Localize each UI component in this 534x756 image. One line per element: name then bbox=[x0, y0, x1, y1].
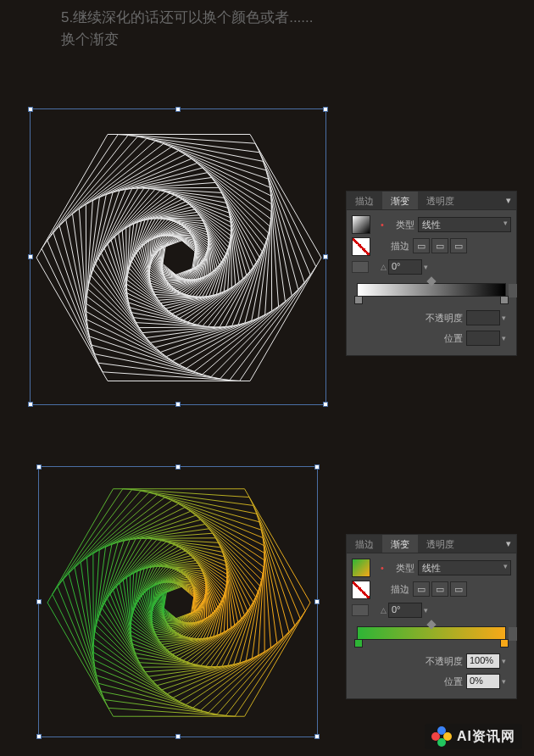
tab-stroke[interactable]: 描边 bbox=[347, 192, 382, 209]
angle-input[interactable]: 0° bbox=[388, 259, 422, 275]
none-swatch[interactable] bbox=[352, 237, 370, 256]
angle-icon: △ bbox=[381, 263, 387, 271]
svg-marker-13 bbox=[91, 173, 266, 343]
watermark-logo-icon bbox=[431, 726, 452, 747]
svg-marker-65 bbox=[75, 495, 283, 710]
dropdown-arrow-icon[interactable]: ▾ bbox=[502, 677, 506, 686]
svg-marker-7 bbox=[79, 147, 278, 368]
stroke-align-1-icon[interactable]: ▭ bbox=[413, 238, 430, 253]
selection-handle[interactable] bbox=[314, 734, 320, 739]
gradient-slider[interactable] bbox=[357, 283, 506, 297]
selection-handle[interactable] bbox=[175, 734, 181, 739]
tab-transparency[interactable]: 透明度 bbox=[418, 535, 463, 553]
gradient-swatch[interactable] bbox=[352, 559, 370, 577]
svg-marker-67 bbox=[87, 500, 271, 704]
opacity-label: 不透明度 bbox=[426, 312, 463, 325]
stroke-align-2-icon[interactable]: ▭ bbox=[431, 238, 448, 253]
instruction-text: 5.继续深化的话还可以换个颜色或者...... 换个渐变 bbox=[61, 7, 314, 50]
svg-marker-0 bbox=[36, 135, 321, 381]
selection-handle[interactable] bbox=[36, 464, 42, 470]
svg-marker-62 bbox=[58, 490, 300, 716]
gradient-stop-left[interactable] bbox=[354, 639, 363, 648]
panel-menu-icon[interactable]: ▾ bbox=[501, 535, 516, 553]
svg-marker-60 bbox=[47, 489, 310, 716]
selection-handle[interactable] bbox=[323, 107, 328, 112]
selection-handle[interactable] bbox=[28, 107, 33, 112]
svg-marker-2 bbox=[47, 136, 310, 381]
tab-gradient[interactable]: 渐变 bbox=[382, 535, 418, 553]
artboard-1[interactable] bbox=[30, 108, 326, 405]
gradient-stop-right[interactable] bbox=[500, 296, 509, 304]
location-label: 位置 bbox=[444, 332, 463, 345]
svg-marker-15 bbox=[96, 182, 262, 332]
selection-handle[interactable] bbox=[28, 254, 33, 259]
selection-handle[interactable] bbox=[28, 402, 33, 407]
gradient-end-icon bbox=[509, 627, 517, 641]
stroke-align-3-icon[interactable]: ▭ bbox=[450, 581, 467, 597]
selection-handle[interactable] bbox=[323, 402, 328, 407]
tab-stroke[interactable]: 描边 bbox=[347, 535, 382, 553]
opacity-input[interactable]: 100% bbox=[466, 653, 500, 669]
gradient-stop-left[interactable] bbox=[354, 296, 363, 304]
edited-dot-icon: • bbox=[381, 563, 384, 573]
dropdown-arrow-icon[interactable]: ▾ bbox=[424, 263, 428, 271]
selection-handle[interactable] bbox=[314, 599, 320, 604]
panel-tabs: 描边 渐变 透明度 ▾ bbox=[347, 535, 516, 553]
dropdown-arrow-icon[interactable]: ▾ bbox=[424, 606, 428, 614]
svg-marker-75 bbox=[102, 533, 255, 671]
opacity-input[interactable] bbox=[466, 310, 500, 325]
svg-marker-10 bbox=[87, 158, 271, 356]
edited-dot-icon: • bbox=[381, 220, 384, 230]
type-label: 类型 bbox=[386, 219, 414, 231]
midpoint-diamond[interactable] bbox=[426, 276, 436, 286]
instruction-line1: 5.继续深化的话还可以换个颜色或者...... bbox=[61, 7, 314, 29]
selection-handle[interactable] bbox=[36, 599, 42, 604]
panel-menu-icon[interactable]: ▾ bbox=[501, 192, 516, 209]
tab-transparency[interactable]: 透明度 bbox=[418, 192, 463, 209]
gradient-panel-2: 描边 渐变 透明度 ▾ • 类型 线性 描边 ▭ ▭ ▭ △ 0° bbox=[346, 534, 517, 699]
svg-marker-66 bbox=[81, 498, 277, 708]
location-input[interactable]: 0% bbox=[466, 674, 500, 689]
stroke-label: 描边 bbox=[381, 583, 409, 596]
selection-handle[interactable] bbox=[36, 734, 42, 739]
spiral-artwork-gradient bbox=[39, 467, 319, 738]
selection-handle[interactable] bbox=[323, 254, 328, 259]
dropdown-arrow-icon[interactable]: ▾ bbox=[502, 334, 506, 342]
midpoint-diamond[interactable] bbox=[426, 620, 436, 629]
tab-gradient[interactable]: 渐变 bbox=[382, 192, 418, 209]
gradient-end-icon bbox=[509, 284, 517, 297]
selection-handle[interactable] bbox=[175, 107, 181, 112]
type-label: 类型 bbox=[386, 562, 414, 575]
none-swatch[interactable] bbox=[352, 581, 370, 599]
stroke-align-3-icon[interactable]: ▭ bbox=[450, 238, 467, 253]
gradient-panel-1: 描边 渐变 透明度 ▾ • 类型 线性 描边 ▭ ▭ ▭ △ 0° bbox=[346, 191, 517, 356]
gradient-stop-right[interactable] bbox=[500, 639, 509, 648]
artboard-2[interactable] bbox=[38, 466, 318, 737]
angle-input[interactable]: 0° bbox=[388, 603, 422, 618]
location-input[interactable] bbox=[466, 331, 500, 346]
stroke-align-1-icon[interactable]: ▭ bbox=[413, 581, 430, 597]
svg-marker-70 bbox=[94, 511, 264, 693]
dropdown-arrow-icon[interactable]: ▾ bbox=[502, 657, 506, 665]
stroke-label: 描边 bbox=[381, 240, 409, 253]
spiral-artwork-white bbox=[31, 109, 327, 406]
panel-tabs: 描边 渐变 透明度 ▾ bbox=[347, 192, 516, 210]
svg-marker-73 bbox=[97, 524, 259, 681]
selection-handle[interactable] bbox=[314, 464, 320, 470]
svg-marker-53 bbox=[159, 236, 200, 279]
reverse-gradient-icon[interactable] bbox=[352, 261, 369, 273]
selection-handle[interactable] bbox=[175, 402, 181, 407]
gradient-swatch[interactable] bbox=[352, 215, 370, 234]
selection-handle[interactable] bbox=[175, 464, 181, 470]
gradient-slider[interactable] bbox=[357, 626, 506, 640]
angle-icon: △ bbox=[381, 606, 387, 614]
svg-marker-5 bbox=[66, 141, 292, 375]
dropdown-arrow-icon[interactable]: ▾ bbox=[502, 314, 506, 322]
reverse-gradient-icon[interactable] bbox=[352, 604, 369, 616]
instruction-line2: 换个渐变 bbox=[61, 29, 314, 51]
watermark-text: AI资讯网 bbox=[457, 728, 515, 746]
type-dropdown[interactable]: 线性 bbox=[418, 560, 511, 575]
type-dropdown[interactable]: 线性 bbox=[418, 217, 511, 232]
watermark: AI资讯网 bbox=[425, 724, 522, 749]
stroke-align-2-icon[interactable]: ▭ bbox=[431, 581, 448, 597]
